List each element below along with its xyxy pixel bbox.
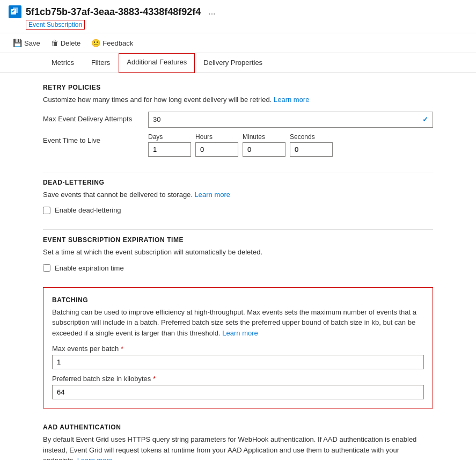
expiration-checkbox-label: Enable expiration time	[55, 264, 124, 272]
max-events-field: Max events per batch *	[52, 345, 424, 369]
tab-metrics[interactable]: Metrics	[43, 53, 83, 73]
days-input[interactable]	[148, 142, 191, 157]
expiration-title: EVENT SUBSCRIPTION EXPIRATION TIME	[43, 236, 433, 244]
aad-auth-learn-more[interactable]: Learn more	[77, 456, 113, 460]
retry-learn-more[interactable]: Learn more	[274, 96, 309, 104]
days-field-group: Days	[148, 133, 191, 157]
dead-lettering-checkbox[interactable]	[43, 207, 50, 214]
feedback-button[interactable]: 🙂 Feedback	[87, 36, 137, 49]
seconds-input[interactable]	[290, 142, 333, 157]
batch-size-field: Preferred batch size in kilobytes *	[52, 375, 424, 399]
resource-name: 5f1cb75b-37af-3eaa-3883-4338f48f92f4	[26, 6, 201, 18]
batching-title: BATCHING	[52, 296, 424, 304]
seconds-label: Seconds	[290, 133, 333, 141]
tab-additional-features[interactable]: Additional Features	[119, 53, 195, 73]
resource-icon	[9, 5, 21, 18]
dead-lettering-checkbox-row: Enable dead-lettering	[43, 206, 433, 214]
batching-desc: Batching can be used to improve efficien…	[52, 307, 424, 339]
tab-filters[interactable]: Filters	[83, 53, 119, 73]
breadcrumb-row: Event Subscription	[26, 20, 467, 28]
tab-delivery-properties[interactable]: Delivery Properties	[195, 53, 271, 73]
seconds-field-group: Seconds	[290, 133, 333, 157]
minutes-label: Minutes	[243, 133, 285, 141]
minutes-input[interactable]	[243, 142, 285, 157]
save-icon: 💾	[13, 39, 22, 47]
event-time-label: Event Time to Live	[43, 133, 140, 144]
minutes-field-group: Minutes	[243, 133, 285, 157]
dead-lettering-learn-more[interactable]: Learn more	[195, 191, 230, 199]
time-fields-wrap: Days Hours Minutes Seconds	[148, 133, 433, 157]
expiration-desc: Set a time at which the event subscripti…	[43, 247, 433, 258]
dead-lettering-section: DEAD-LETTERING Save events that cannot b…	[43, 179, 433, 215]
dead-lettering-title: DEAD-LETTERING	[43, 179, 433, 186]
hours-input[interactable]	[195, 142, 238, 157]
event-time-row: Event Time to Live Days Hours Minutes	[43, 133, 433, 157]
max-attempts-row: Max Event Delivery Attempts 30 ✓	[43, 112, 433, 128]
hours-label: Hours	[195, 133, 238, 141]
expiration-section: EVENT SUBSCRIPTION EXPIRATION TIME Set a…	[43, 236, 433, 272]
retry-policies-title: RETRY POLICIES	[43, 84, 433, 91]
max-events-label: Max events per batch *	[52, 345, 424, 353]
header-bar: 5f1cb75b-37af-3eaa-3883-4338f48f92f4 ...…	[0, 0, 476, 33]
max-attempts-select[interactable]: 30 ✓	[148, 112, 433, 128]
retry-policies-section: RETRY POLICIES Customize how many times …	[43, 84, 433, 157]
ellipsis-button[interactable]: ...	[205, 6, 218, 18]
save-label: Save	[24, 39, 40, 47]
expiration-checkbox-row: Enable expiration time	[43, 264, 433, 272]
time-fields: Days Hours Minutes Seconds	[148, 133, 433, 157]
breadcrumb-link[interactable]: Event Subscription	[26, 20, 85, 30]
max-attempts-label: Max Event Delivery Attempts	[43, 112, 140, 123]
hours-field-group: Hours	[195, 133, 238, 157]
feedback-icon: 🙂	[91, 39, 100, 47]
expiration-checkbox[interactable]	[43, 264, 50, 272]
days-label: Days	[148, 133, 191, 141]
batching-section: BATCHING Batching can be used to improve…	[43, 287, 433, 409]
content-area: RETRY POLICIES Customize how many times …	[0, 73, 476, 460]
req-star-1: *	[121, 345, 123, 353]
req-star-2: *	[153, 375, 156, 383]
toolbar: 💾 Save 🗑 Delete 🙂 Feedback	[0, 33, 476, 53]
aad-auth-title: AAD AUTHENTICATION	[43, 424, 433, 431]
aad-auth-section: AAD AUTHENTICATION By default Event Grid…	[43, 424, 433, 460]
resource-title-row: 5f1cb75b-37af-3eaa-3883-4338f48f92f4 ...	[9, 5, 467, 18]
select-check-icon: ✓	[422, 115, 428, 123]
batch-size-input[interactable]	[52, 385, 424, 399]
max-attempts-control: 30 ✓	[148, 112, 433, 128]
delete-button[interactable]: 🗑 Delete	[47, 36, 85, 49]
max-events-input[interactable]	[52, 355, 424, 369]
delete-label: Delete	[61, 39, 81, 47]
feedback-label: Feedback	[102, 39, 133, 47]
save-button[interactable]: 💾 Save	[9, 36, 45, 49]
retry-policies-desc: Customize how many times and for how lon…	[43, 94, 433, 105]
batch-size-label: Preferred batch size in kilobytes *	[52, 375, 424, 383]
aad-auth-desc: By default Event Grid uses HTTPS query s…	[43, 434, 433, 460]
batching-learn-more[interactable]: Learn more	[222, 329, 258, 337]
dead-lettering-checkbox-label: Enable dead-lettering	[55, 206, 121, 214]
dead-lettering-desc: Save events that cannot be delivered to …	[43, 189, 433, 200]
tabs-bar: Metrics Filters Additional Features Deli…	[0, 53, 476, 73]
delete-icon: 🗑	[51, 39, 58, 47]
